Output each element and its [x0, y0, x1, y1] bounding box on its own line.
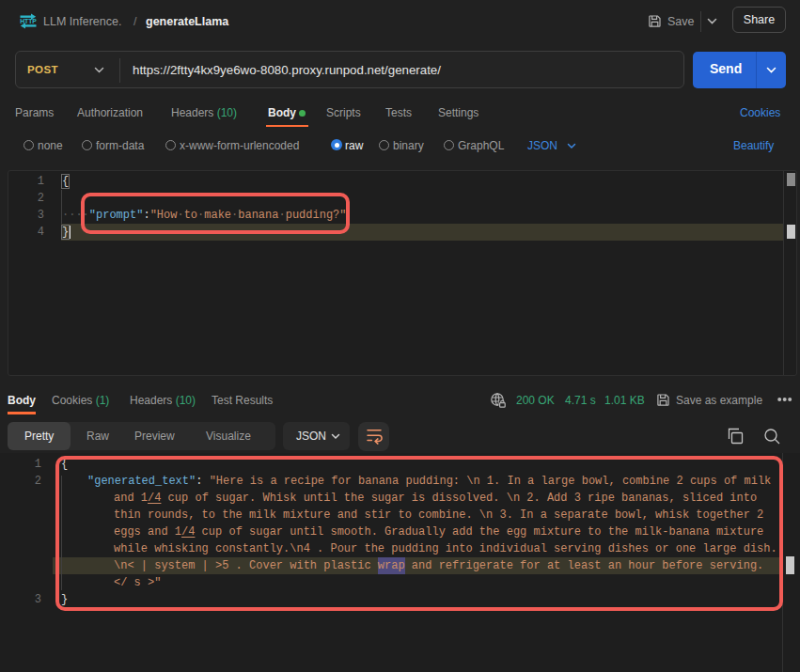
svg-text:HTTP: HTTP [20, 18, 37, 24]
